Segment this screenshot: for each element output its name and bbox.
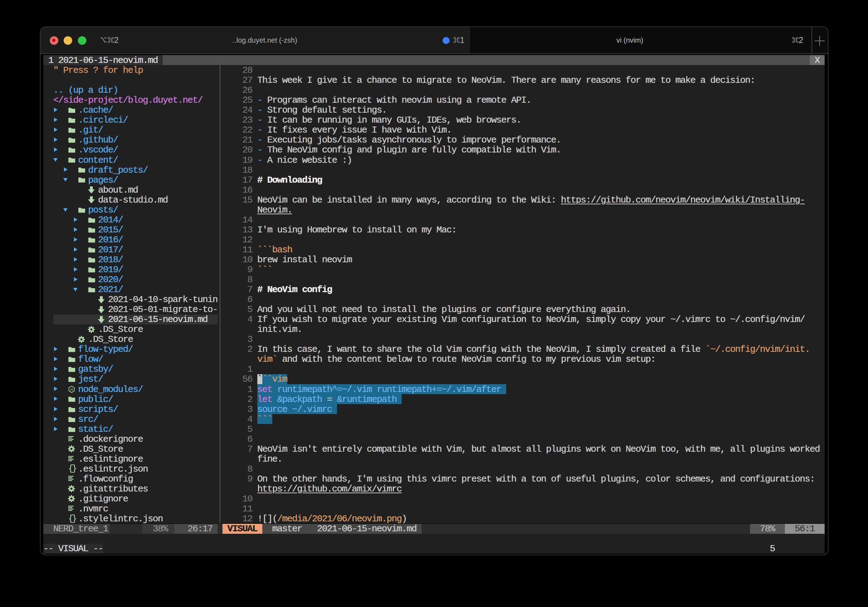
svg-text:JS: JS [70,387,73,391]
